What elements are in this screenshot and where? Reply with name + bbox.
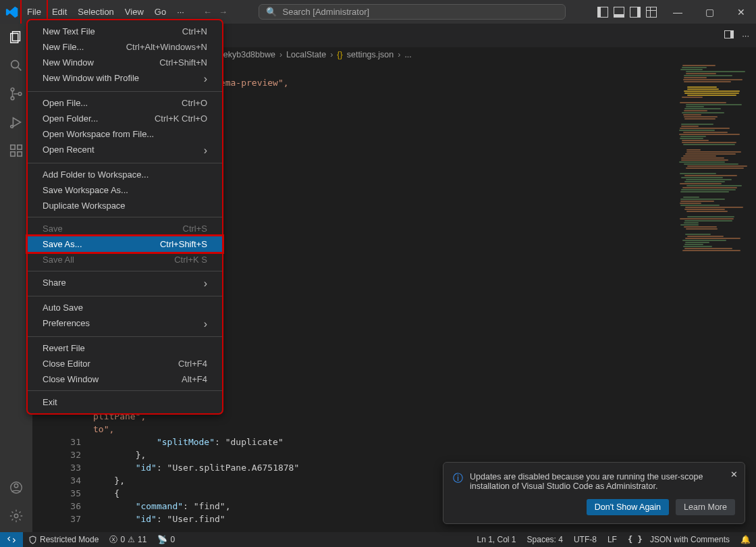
nav-back-icon[interactable]: ← (203, 7, 212, 17)
crumb-more[interactable]: ... (404, 50, 411, 59)
info-icon: ⓘ (453, 472, 463, 491)
menu-item-close-editor[interactable]: Close EditorCtrl+F4 (28, 356, 222, 371)
menu-item-save: SaveCtrl+S (28, 221, 222, 236)
accounts-icon[interactable] (8, 479, 24, 496)
feedback-icon[interactable]: 🔔 (735, 535, 756, 544)
svg-point-5 (11, 97, 14, 100)
search-icon: 🔍 (266, 7, 277, 17)
nav-forward-icon[interactable]: → (219, 7, 227, 17)
menu-item-exit[interactable]: Exit (28, 394, 222, 410)
menu-item-preferences[interactable]: Preferences (28, 315, 222, 333)
window-close-icon[interactable]: ✕ (730, 7, 752, 18)
language-mode[interactable]: { } JSON with Comments (622, 535, 735, 544)
restricted-label: Restricted Mode (40, 535, 99, 544)
window-maximize-icon[interactable]: ▢ (699, 7, 721, 18)
menu-item-add-folder-to-workspace-[interactable]: Add Folder to Workspace... (28, 167, 222, 182)
encoding[interactable]: UTF-8 (568, 535, 602, 544)
menu-item-open-folder-[interactable]: Open Folder...Ctrl+K Ctrl+O (28, 111, 222, 126)
menu-item-new-window[interactable]: New WindowCtrl+Shift+N (28, 55, 222, 70)
menu-item-open-file-[interactable]: Open File...Ctrl+O (28, 95, 222, 111)
svg-point-8 (11, 126, 14, 128)
notification-toast: ✕ ⓘ Updates are disabled because you are… (443, 462, 745, 524)
settings-gear-icon[interactable] (8, 508, 24, 524)
cursor-position[interactable]: Ln 1, Col 1 (472, 535, 522, 544)
json-icon: {} (337, 50, 342, 59)
layout-panel-icon[interactable] (614, 7, 624, 18)
search-activity-icon[interactable] (8, 57, 24, 74)
vscode-icon (5, 5, 19, 19)
menu-item-auto-save[interactable]: Auto Save (28, 300, 222, 315)
svg-point-14 (14, 484, 18, 488)
extensions-icon[interactable] (8, 142, 24, 159)
menu-item-new-window-with-profile[interactable]: New Window with Profile (28, 70, 222, 88)
search-placeholder: Search [Administrator] (282, 7, 369, 17)
indentation[interactable]: Spaces: 4 (522, 535, 568, 544)
svg-marker-7 (13, 118, 20, 127)
source-control-icon[interactable] (8, 86, 24, 102)
nav-history: ← → (203, 7, 227, 17)
svg-point-2 (11, 61, 19, 68)
menu-item-save-as-[interactable]: Save As...Ctrl+Shift+S (28, 236, 222, 252)
explorer-icon[interactable] (8, 29, 24, 45)
menu-item-new-file-[interactable]: New File...Ctrl+Alt+Windows+N (28, 39, 222, 55)
notification-text: Updates are disabled because you are run… (470, 472, 735, 491)
svg-rect-10 (11, 152, 15, 156)
restricted-mode[interactable]: Restricted Mode (23, 535, 104, 544)
window-minimize-icon[interactable]: — (666, 7, 689, 18)
menu-item-save-workspace-as-[interactable]: Save Workspace As... (28, 182, 222, 198)
ports-status[interactable]: 📡0 (152, 535, 180, 544)
crumb-file[interactable]: settings.json (347, 50, 394, 59)
layout-sidebar-right-icon[interactable] (630, 7, 641, 18)
menu-item-open-workspace-from-file-[interactable]: Open Workspace from File... (28, 126, 222, 142)
command-center[interactable]: 🔍 Search [Administrator] (259, 4, 566, 20)
svg-point-15 (14, 514, 18, 518)
remote-indicator[interactable] (0, 532, 23, 547)
warning-icon: ⚠ (128, 535, 135, 544)
dont-show-again-button[interactable]: Don't Show Again (587, 499, 669, 515)
layout-sidebar-left-icon[interactable] (597, 7, 608, 18)
error-icon: ⓧ (109, 534, 117, 546)
menu-item-save-all: Save AllCtrl+K S (28, 252, 222, 267)
learn-more-button[interactable]: Learn More (676, 499, 735, 515)
problems-status[interactable]: ⓧ0 ⚠11 (104, 534, 152, 546)
svg-rect-11 (18, 152, 22, 156)
menu-item-open-recent[interactable]: Open Recent (28, 142, 222, 159)
crumb[interactable]: LocalState (286, 50, 326, 59)
eol[interactable]: LF (602, 535, 622, 544)
menu-item-revert-file[interactable]: Revert File (28, 340, 222, 356)
layout-customize-icon[interactable] (646, 7, 657, 18)
menu-item-duplicate-workspace[interactable]: Duplicate Workspace (28, 198, 222, 213)
file-menu-dropdown: New Text FileCtrl+NNew File...Ctrl+Alt+W… (27, 20, 223, 414)
menu-item-close-window[interactable]: Close WindowAlt+F4 (28, 371, 222, 387)
svg-point-4 (11, 88, 14, 91)
debug-icon[interactable] (8, 114, 24, 130)
antenna-icon: 📡 (157, 535, 167, 544)
menu-item-share[interactable]: Share (28, 275, 222, 292)
svg-rect-12 (18, 145, 22, 149)
status-bar: Restricted Mode ⓧ0 ⚠11 📡0 Ln 1, Col 1 Sp… (0, 532, 756, 547)
menu-item-new-text-file[interactable]: New Text FileCtrl+N (28, 24, 222, 39)
split-editor-icon[interactable] (724, 30, 734, 41)
svg-point-6 (18, 93, 22, 96)
close-icon[interactable]: ✕ (730, 469, 738, 479)
tab-overflow-icon[interactable]: ··· (742, 30, 749, 41)
svg-line-3 (18, 68, 22, 71)
svg-rect-9 (11, 145, 15, 149)
